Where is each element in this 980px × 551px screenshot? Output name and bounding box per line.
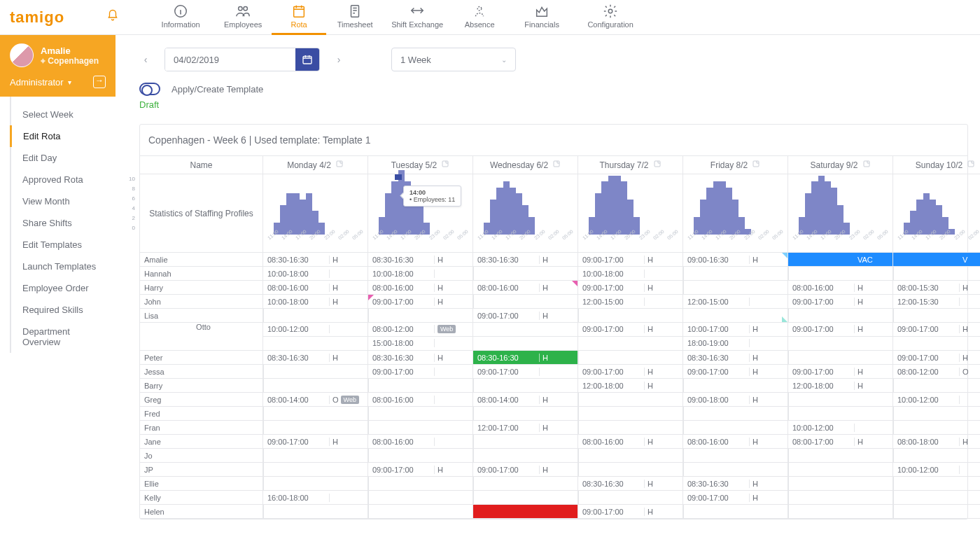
shift-cell[interactable]: 10:00-18:00 [578, 267, 683, 281]
shift-cell[interactable] [893, 379, 980, 393]
note-icon[interactable] [752, 160, 760, 170]
sidebar-item-employee-order[interactable]: Employee Order [11, 277, 115, 299]
shift-cell[interactable] [473, 477, 578, 491]
sidebar-item-edit-rota[interactable]: Edit Rota [10, 125, 115, 147]
shift-cell[interactable]: 10:00-12:00 [893, 393, 980, 407]
shift-cell[interactable] [788, 407, 893, 421]
shift-cell[interactable]: 08:30-16:30H [473, 351, 578, 365]
shift-cell[interactable] [578, 463, 683, 477]
shift-cell[interactable]: 08:00-16:00H [578, 435, 683, 449]
shift-cell[interactable]: 08:00-16:00 [368, 435, 473, 449]
shift-cell[interactable]: 09:00-17:00H [473, 309, 578, 323]
shift-cell[interactable]: 08:00-14:00O Web [263, 393, 368, 407]
shift-cell[interactable] [788, 505, 893, 519]
shift-cell[interactable]: 09:00-17:00H [893, 351, 980, 365]
shift-cell[interactable] [473, 505, 578, 519]
shift-cell[interactable]: 09:00-17:00H [578, 253, 683, 267]
shift-cell[interactable] [473, 491, 578, 505]
shift-cell[interactable] [263, 407, 368, 421]
shift-cell[interactable] [893, 505, 980, 519]
shift-cell[interactable]: 16:00-18:00 [263, 491, 368, 505]
sidebar-item-view-month[interactable]: View Month [11, 190, 115, 212]
sidebar-item-department-overview[interactable]: Department Overview [11, 321, 115, 353]
shift-cell[interactable] [578, 351, 683, 365]
shift-cell[interactable] [263, 421, 368, 435]
nav-timesheet[interactable]: Timesheet [328, 0, 382, 35]
shift-cell[interactable]: V [893, 253, 980, 267]
shift-cell[interactable]: 09:00-18:00H [683, 393, 788, 407]
shift-cell[interactable]: 08:30-16:30H [263, 351, 368, 365]
shift-cell[interactable] [263, 309, 368, 323]
shift-cell[interactable] [473, 267, 578, 281]
shift-cell[interactable]: 08:00-12:00O [893, 365, 980, 379]
shift-cell[interactable] [578, 309, 683, 323]
shift-cell[interactable] [893, 309, 980, 323]
shift-cell[interactable] [263, 379, 368, 393]
shift-cell[interactable] [578, 421, 683, 435]
shift-cell[interactable]: 09:00-17:00H [788, 365, 893, 379]
shift-cell[interactable]: 09:00-17:00H [893, 323, 980, 351]
shift-cell[interactable] [683, 421, 788, 435]
nav-financials[interactable]: Financials [508, 0, 575, 35]
notifications-icon[interactable] [106, 9, 119, 25]
sidebar-item-edit-day[interactable]: Edit Day [11, 147, 115, 169]
shift-cell[interactable] [263, 449, 368, 463]
sidebar-item-edit-templates[interactable]: Edit Templates [11, 234, 115, 256]
shift-cell[interactable]: 09:00-17:00H [578, 365, 683, 379]
nav-rota[interactable]: Rota [272, 0, 326, 35]
shift-cell[interactable] [893, 267, 980, 281]
shift-cell[interactable]: 10:00-12:00 [263, 323, 368, 351]
shift-cell[interactable]: 08:00-16:00H [368, 281, 473, 295]
shift-cell[interactable]: 08:30-16:30H [368, 253, 473, 267]
shift-cell[interactable] [368, 505, 473, 519]
sidebar-item-launch-templates[interactable]: Launch Templates [11, 256, 115, 277]
shift-cell[interactable] [578, 407, 683, 421]
shift-cell[interactable]: 09:00-17:00H [683, 491, 788, 505]
next-week-button[interactable]: › [332, 53, 345, 66]
shift-cell[interactable] [473, 407, 578, 421]
shift-cell[interactable] [683, 463, 788, 477]
shift-cell[interactable] [263, 505, 368, 519]
note-icon[interactable] [335, 160, 344, 170]
shift-cell[interactable]: 12:00-15:30 [893, 295, 980, 309]
shift-cell[interactable] [683, 449, 788, 463]
nav-information[interactable]: Information [147, 0, 214, 35]
shift-cell[interactable] [683, 379, 788, 393]
shift-cell[interactable] [788, 477, 893, 491]
shift-cell[interactable] [578, 393, 683, 407]
shift-cell[interactable]: 10:00-18:00H [263, 295, 368, 309]
nav-employees[interactable]: Employees [216, 0, 270, 35]
shift-cell[interactable]: 09:00-17:00H [473, 463, 578, 477]
shift-cell[interactable] [578, 449, 683, 463]
shift-cell[interactable]: 09:00-17:00H [578, 505, 683, 519]
shift-cell[interactable] [893, 407, 980, 421]
shift-cell[interactable]: 08:00-14:00H [473, 393, 578, 407]
shift-cell[interactable]: 12:00-15:00 [683, 295, 788, 309]
shift-cell[interactable]: 08:00-16:00H [263, 281, 368, 295]
shift-cell[interactable] [263, 463, 368, 477]
shift-cell[interactable]: 08:00-12:00Web15:00-18:00 [368, 323, 473, 351]
shift-cell[interactable]: 10:00-12:00 [893, 463, 980, 477]
shift-cell[interactable] [893, 421, 980, 435]
shift-cell[interactable] [473, 435, 578, 449]
sidebar-item-approved-rota[interactable]: Approved Rota [11, 169, 115, 190]
shift-cell[interactable] [368, 477, 473, 491]
shift-cell[interactable]: 08:30-16:30H [683, 477, 788, 491]
role-switcher[interactable]: Administrator ▾ [10, 76, 106, 88]
shift-cell[interactable]: 09:00-17:00H [788, 295, 893, 309]
shift-cell[interactable] [368, 421, 473, 435]
shift-cell[interactable] [473, 449, 578, 463]
shift-cell[interactable] [473, 379, 578, 393]
shift-cell[interactable] [473, 295, 578, 309]
nav-configuration[interactable]: Configuration [577, 0, 644, 35]
shift-cell[interactable] [683, 281, 788, 295]
shift-cell[interactable] [368, 407, 473, 421]
shift-cell[interactable]: 08:00-16:00H [683, 435, 788, 449]
note-icon[interactable] [441, 160, 449, 170]
shift-cell[interactable]: 10:00-18:00 [263, 267, 368, 281]
shift-cell[interactable]: 08:30-16:30H [368, 351, 473, 365]
shift-cell[interactable] [368, 491, 473, 505]
shift-cell[interactable]: 08:00-17:00H [788, 435, 893, 449]
shift-cell[interactable] [368, 379, 473, 393]
shift-cell[interactable]: 08:00-16:00H [788, 281, 893, 295]
